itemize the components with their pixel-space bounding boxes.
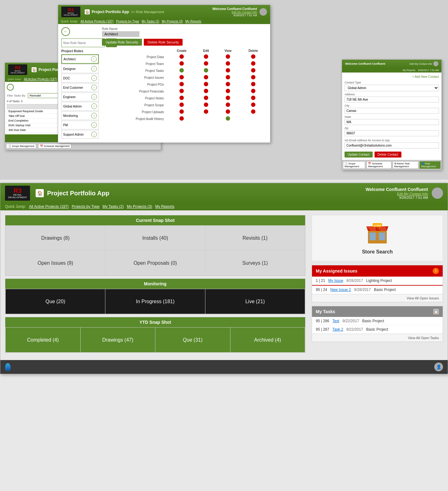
store-search-widget[interactable]: STORE Store Search: [312, 215, 443, 261]
add-contact-row[interactable]: + Add New Contact: [345, 75, 439, 78]
datetime: 9/28/2017 7:51 AM: [212, 14, 257, 17]
main-footer: 👤: [0, 360, 448, 374]
water-drop-icon: [5, 363, 11, 371]
dot: [204, 96, 208, 100]
dot: [179, 75, 184, 79]
main-qj-all-active[interactable]: All Active Projects (197): [29, 204, 69, 209]
main-qj-my-tasks[interactable]: My Tasks (2): [103, 204, 124, 209]
footer-user-icon[interactable]: 👤: [434, 363, 443, 371]
dot: [251, 96, 255, 100]
home-icon[interactable]: 🏠: [85, 9, 90, 14]
open-proposals-cell[interactable]: Open Proposals (0): [105, 251, 205, 276]
role-item-pm[interactable]: PM ›: [61, 121, 99, 129]
role-arrow: ›: [91, 113, 97, 118]
que-cell[interactable]: Que (20): [6, 289, 105, 314]
current-snap-shot-section: Current Snap Shot Drawings (8) Installs …: [5, 215, 305, 276]
main-qj-my-reports[interactable]: My Reports: [155, 204, 174, 209]
my-reports-link[interactable]: My Reports: [403, 69, 415, 72]
dot: [179, 89, 184, 93]
issues-header: My Assigned Issues !: [312, 265, 443, 277]
completed-cell[interactable]: Completed (4): [6, 328, 81, 353]
svg-text:STORE: STORE: [374, 224, 381, 227]
drawings-cell[interactable]: Drawings (8): [6, 226, 105, 251]
task-project-1: Basic Project: [362, 319, 384, 323]
archived-cell[interactable]: Archived (4): [230, 328, 305, 353]
qj-my-projects[interactable]: My Projects (3): [162, 20, 183, 23]
state-input[interactable]: [345, 119, 439, 125]
role-item-doc[interactable]: DOC ›: [61, 74, 99, 83]
issues-panel: My Assigned Issues ! 1 | 21 My Issue 9/2…: [312, 265, 443, 302]
delete-contact-button[interactable]: Delete Contact: [375, 152, 401, 158]
open-issues-cell[interactable]: Open Issues (9): [6, 251, 105, 276]
qj-by-type[interactable]: Projects by Type: [116, 20, 139, 23]
role-item-global-admin[interactable]: Global Admin ›: [61, 102, 99, 111]
ad-email-input[interactable]: [345, 143, 439, 148]
filter-label: Filter Tasks By:: [7, 94, 26, 97]
role-item-end-customer[interactable]: End Customer ›: [61, 83, 99, 92]
tab-admin-c[interactable]: ⚙ Admin Task Management: [393, 161, 418, 169]
perm-project-data: Project Data: [102, 53, 267, 60]
issue-link-1[interactable]: My Issue: [328, 278, 343, 283]
update-role-security-button[interactable]: Update Role Security: [102, 39, 142, 46]
update-contact-button[interactable]: Update Contact: [345, 152, 373, 158]
monitoring-grid: Que (20) In Progress (181) Live (21): [5, 289, 305, 314]
main-app-title: Project Portfolio App: [47, 190, 109, 197]
task-link-2[interactable]: Task 2: [332, 327, 343, 332]
back-btn-tasks[interactable]: ←: [7, 84, 14, 91]
dot: [251, 82, 255, 86]
svg-rect-1: [370, 233, 376, 240]
tab-schedule[interactable]: 📅 Schedule Management: [38, 144, 72, 148]
main-home-icon[interactable]: 🏠: [36, 189, 44, 197]
dot: [226, 96, 230, 100]
tab-bar-tasks: 📋 Scope Management 📅 Schedule Management: [5, 142, 161, 150]
home-icon[interactable]: 🏠: [32, 67, 37, 72]
tab-role-c[interactable]: 👤 Role Management: [420, 161, 440, 169]
revisits-cell[interactable]: Revisits (1): [205, 226, 305, 251]
tab-scope[interactable]: 📋 Scope Management: [6, 144, 36, 148]
tab-schedule-c[interactable]: 📅 Schedule Management: [366, 161, 391, 169]
dot: [179, 68, 184, 73]
dot: [251, 103, 255, 107]
contact-type-select[interactable]: Global Admin: [345, 85, 439, 91]
main-qj-my-projects[interactable]: My Projects (3): [127, 204, 152, 209]
main-header: R3 RETAIL DEVELOPMENT 🏠 Project Portfoli…: [0, 183, 448, 203]
main-welcome: Welcome Confluent Confluent Edit My Cont…: [365, 187, 428, 199]
role-item-monitoring[interactable]: Monitoring ›: [61, 111, 99, 120]
qj-my-reports[interactable]: My Reports: [185, 20, 201, 23]
view-all-tasks[interactable]: View All Open Tasks: [312, 334, 443, 342]
role-item-support-admin[interactable]: Support Admin ›: [61, 130, 99, 139]
back-button[interactable]: ←: [61, 27, 70, 36]
qj-my-tasks[interactable]: My Tasks (2): [142, 20, 159, 23]
in-progress-cell[interactable]: In Progress (181): [105, 289, 205, 314]
role-item-designer[interactable]: Designer ›: [61, 64, 99, 73]
contacts-qj: My Reports 9/28/2017 7:51 AM: [342, 68, 441, 73]
role-item-engineer[interactable]: Engineer ›: [61, 93, 99, 101]
issue-link-2[interactable]: New Issue 2: [330, 288, 351, 292]
qj-all-active[interactable]: All Active Projects (197): [81, 20, 114, 23]
delete-role-security-button[interactable]: Delete Role Security: [144, 39, 183, 46]
installs-cell[interactable]: Installs (40): [105, 226, 205, 251]
task-link-1[interactable]: Text: [332, 319, 339, 323]
live-cell[interactable]: Live (21): [205, 289, 305, 314]
surveys-cell[interactable]: Surveys (1): [205, 251, 305, 276]
address-input[interactable]: [345, 97, 439, 103]
role-item-architect[interactable]: Architect ›: [61, 54, 99, 64]
contacts-edit[interactable]: Edit My Contact Info: [410, 63, 432, 65]
edit-contact-link[interactable]: Edit My Contact Info: [212, 11, 257, 14]
role-name-label: Role Name: [102, 27, 267, 31]
zip-input[interactable]: [345, 130, 439, 136]
col-delete: Delete: [239, 48, 267, 53]
city-input[interactable]: [345, 108, 439, 114]
contacts-header: Welcome Confluent Confluent Edit My Cont…: [342, 60, 441, 68]
main-qj-by-type[interactable]: Projects by Type: [72, 204, 99, 209]
ytd-que-cell[interactable]: Que (31): [155, 328, 230, 353]
new-role-input[interactable]: [61, 38, 105, 47]
dot: [179, 103, 184, 107]
role-arrow: ›: [91, 56, 97, 62]
svg-rect-2: [379, 233, 385, 240]
tab-scope-c[interactable]: 📋 Scope Management: [343, 161, 365, 169]
main-edit-contact[interactable]: Edit My Contact Info: [365, 192, 428, 196]
role-arrow: ›: [91, 122, 97, 128]
view-all-issues[interactable]: View All Open Issues: [312, 294, 443, 302]
ytd-drawings-cell[interactable]: Drawings (47): [81, 328, 156, 353]
